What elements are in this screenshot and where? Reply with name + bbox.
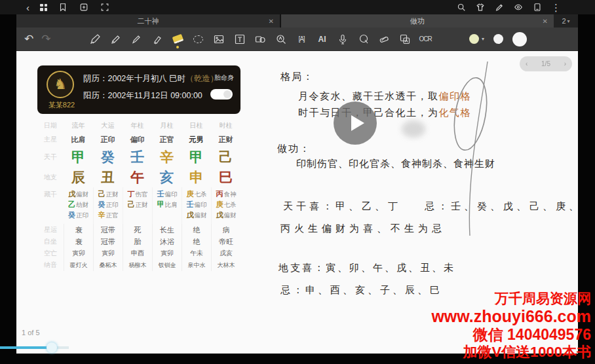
ai-tool[interactable]: AI <box>316 32 329 46</box>
nayin-cell: 钗钏金 <box>152 259 182 271</box>
note-dizhi-ji-line: 忌：申、酉、亥、子、辰、巳 <box>280 284 442 297</box>
hidden-stem-entry: 辛正官 <box>94 210 123 220</box>
eraser-smudge <box>402 120 425 137</box>
pencil-tool[interactable] <box>109 32 123 46</box>
ocr-tool[interactable]: OCR <box>419 32 432 46</box>
tab-close-icon[interactable]: ✕ <box>543 18 548 25</box>
back-icon[interactable]: ‹ <box>26 3 29 12</box>
hidden-stem-entry: 甲比肩 <box>153 200 182 209</box>
video-seek-bar[interactable] <box>0 346 52 349</box>
tab-label: 做功 <box>410 16 425 26</box>
gender-tag: （乾造） <box>185 74 218 83</box>
reader-device-icon[interactable] <box>532 2 543 12</box>
main-star: 比肩 <box>64 135 93 145</box>
nayin-cell: 覆灯火 <box>64 259 93 271</box>
tab-zuogong[interactable]: 做功 ✕ <box>281 14 554 27</box>
heavenly-stem: 己 <box>211 148 240 166</box>
hidden-stem-entry: 丁伤官 <box>123 189 152 199</box>
hidden-stems-cell: 庚七杀壬偏印戊偏财 <box>182 187 211 224</box>
tab-close-icon[interactable]: ✕ <box>269 18 274 25</box>
kongwang-cell: 寅卯 <box>64 247 93 259</box>
laser-pointer-tool[interactable] <box>357 32 370 46</box>
redo-button[interactable]: ↷ <box>41 32 50 46</box>
kongwang-cell: 寅卯 <box>93 247 123 259</box>
xingyun-cell: 死 <box>123 224 152 236</box>
nayin-cell: 桑柘木 <box>93 259 123 271</box>
nayin-cell: 杨柳木 <box>123 259 152 271</box>
add-page-icon[interactable] <box>79 2 89 12</box>
more-menu-icon[interactable]: ⋮ <box>551 3 561 12</box>
lasso-tool[interactable] <box>192 32 205 46</box>
taimingshen-toggle[interactable] <box>210 89 233 100</box>
bazi-table-row: 主星比肩正印偏印正官元男正财 <box>37 132 240 147</box>
col-header: 大运 <box>93 121 123 130</box>
kongwang-cell: 寅卯 <box>152 247 182 259</box>
color-swatch-3[interactable] <box>512 32 527 46</box>
bazi-table-row: 日期流年大运年柱月柱日柱时柱 <box>37 119 240 132</box>
chevron-down-icon: ▾ <box>482 36 484 42</box>
highlighter-tool[interactable] <box>151 32 164 46</box>
text-recognition-tool[interactable]: [A] <box>295 32 308 46</box>
video-seek-knob[interactable] <box>47 342 57 353</box>
chevron-down-icon: ▾ <box>567 18 570 24</box>
page-prev-button[interactable]: ‹ <box>526 60 528 67</box>
play-button[interactable] <box>334 101 377 145</box>
eye-icon[interactable] <box>513 2 524 12</box>
bazi-table-row: 地支辰丑午亥申巳 <box>37 167 240 187</box>
ballpoint-pen-tool[interactable] <box>130 32 143 46</box>
hidden-stem-entry: 戊偏财 <box>212 210 240 220</box>
image-tool[interactable] <box>212 32 225 46</box>
col-header: 月柱 <box>152 121 182 130</box>
color-swatch-2[interactable] <box>493 34 503 44</box>
col-header: 时柱 <box>211 121 240 130</box>
undo-button[interactable]: ↶ <box>24 32 33 46</box>
screenshot-icon[interactable] <box>100 2 110 12</box>
main-star: 正财 <box>211 135 240 145</box>
zizuo-cell: 胎 <box>123 236 152 247</box>
tape-tool[interactable] <box>377 32 391 46</box>
magnifier-tool[interactable] <box>275 32 288 46</box>
hidden-stems-cell: 丁伤官己正财 <box>123 187 152 224</box>
microphone-tool[interactable] <box>336 32 349 46</box>
app-grid-icon[interactable] <box>40 4 47 11</box>
xingyun-cell: 冠带 <box>93 224 123 236</box>
kongwang-cell: 申酉 <box>123 247 152 259</box>
page-indicator-label: 1 of 5 <box>22 329 40 337</box>
color-swatch-current[interactable] <box>469 34 479 44</box>
text-tool[interactable] <box>233 32 246 46</box>
row-label: 纳音 <box>37 261 64 270</box>
taimingshen-label: 胎命身 <box>214 73 234 82</box>
translate-tool[interactable] <box>398 32 412 46</box>
col-header: 日柱 <box>182 121 211 130</box>
eraser-tool[interactable] <box>171 32 184 46</box>
heavenly-stem: 甲 <box>64 148 93 166</box>
drawing-toolbar: ↶ ↷ [A] AI OCR ▾ <box>16 27 578 51</box>
pen-mode-icon[interactable] <box>494 2 505 12</box>
system-bar: ‹ ⋮ <box>0 0 595 14</box>
bazi-info-card: ♞ 某某822 阴历：2002年十月初八 巳时（乾造） 阳历：2002年11月1… <box>37 65 240 114</box>
tab-count-dropdown[interactable]: 2 ▾ <box>554 14 578 27</box>
hidden-stem-entry: 戊偏财 <box>64 189 93 199</box>
row-label: 星运 <box>37 225 64 234</box>
row-label: 日期 <box>37 121 64 130</box>
tab-label: 二十神 <box>138 16 159 26</box>
row-label: 地支 <box>37 173 64 182</box>
kongwang-cell: 戌亥 <box>211 247 240 259</box>
shapes-tool[interactable] <box>254 32 267 46</box>
handwritten-oval-annotation <box>432 60 511 257</box>
zodiac-horse-icon: ♞ <box>54 76 67 93</box>
bazi-table-row: 藏干戊偏财乙劫财癸正印己正财癸正印辛正官丁伤官己正财壬偏印甲比肩庚七杀壬偏印戊偏… <box>37 187 240 224</box>
zizuo-cell: 帝旺 <box>211 236 240 247</box>
search-icon[interactable] <box>456 2 467 12</box>
tab-ershishen[interactable]: 二十神 ✕ <box>16 14 280 27</box>
bookmark-icon[interactable] <box>58 2 68 12</box>
fountain-pen-tool[interactable] <box>88 32 102 46</box>
page-next-button[interactable]: › <box>564 60 566 67</box>
hidden-stem-entry: 癸正印 <box>64 210 93 220</box>
main-star: 正印 <box>93 135 123 145</box>
row-label: 藏干 <box>37 187 64 199</box>
zizuo-cell: 衰 <box>64 236 93 247</box>
template-shirt-icon[interactable] <box>475 2 486 12</box>
hidden-stem-entry: 己正财 <box>123 200 152 209</box>
avatar: ♞ <box>47 71 74 98</box>
